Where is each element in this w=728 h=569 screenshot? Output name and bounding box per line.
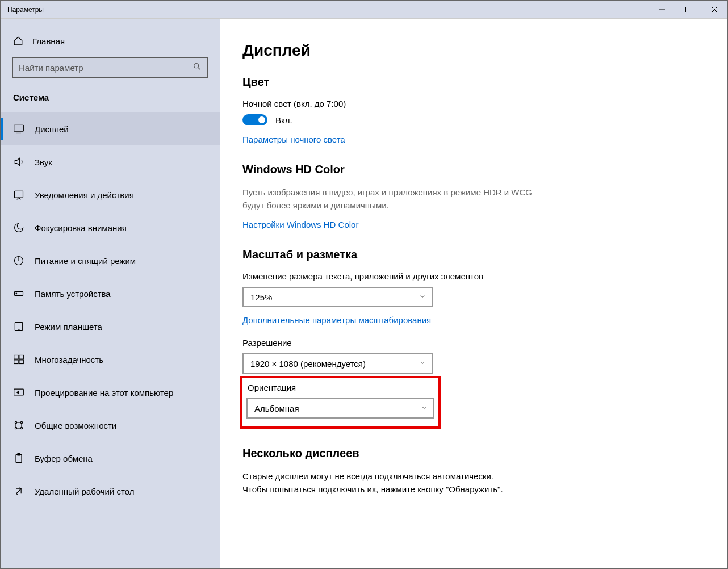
close-button[interactable]	[701, 1, 727, 19]
color-heading: Цвет	[242, 76, 705, 89]
sidebar-item-power[interactable]: Питание и спящий режим	[1, 244, 220, 277]
sidebar-item-label: Многозадачность	[35, 355, 103, 365]
svg-point-23	[20, 427, 22, 429]
sidebar-item-display[interactable]: Дисплей	[1, 112, 220, 145]
sidebar-item-shared[interactable]: Общие возможности	[1, 409, 220, 442]
night-light-label: Ночной свет (вкл. до 7:00)	[242, 99, 705, 108]
sidebar-item-notifications[interactable]: Уведомления и действия	[1, 178, 220, 211]
hdr-description: Пусть изображения в видео, играх и прило…	[242, 186, 549, 212]
page-title: Дисплей	[242, 41, 705, 60]
sidebar-item-sound[interactable]: Звук	[1, 145, 220, 178]
chevron-down-icon	[419, 293, 426, 302]
sidebar-item-label: Звук	[35, 157, 52, 167]
orientation-label: Ориентация	[248, 383, 433, 392]
svg-rect-17	[14, 360, 19, 364]
svg-rect-6	[14, 125, 24, 131]
text-size-label: Изменение размера текста, приложений и д…	[242, 271, 705, 281]
search-input-container[interactable]	[12, 57, 208, 78]
svg-rect-16	[19, 355, 24, 359]
night-light-toggle[interactable]	[242, 114, 267, 125]
resolution-select[interactable]: 1920 × 1080 (рекомендуется)	[242, 353, 433, 374]
titlebar: Параметры	[1, 1, 727, 19]
sidebar-item-remote[interactable]: Удаленный рабочий стол	[1, 475, 220, 508]
home-nav[interactable]: Главная	[1, 29, 220, 53]
svg-rect-15	[14, 355, 19, 359]
orientation-select[interactable]: Альбомная	[246, 398, 434, 419]
chevron-down-icon	[421, 404, 428, 413]
sidebar-item-label: Удаленный рабочий стол	[35, 487, 134, 496]
remote-icon	[13, 486, 24, 497]
resolution-label: Разрешение	[242, 338, 705, 348]
focus-icon	[13, 222, 24, 233]
svg-point-21	[20, 421, 22, 423]
scale-heading: Масштаб и разметка	[242, 248, 705, 261]
sidebar-item-label: Память устройства	[35, 289, 111, 299]
sidebar-item-multitask[interactable]: Многозадачность	[1, 343, 220, 376]
hdr-heading: Windows HD Color	[242, 163, 705, 176]
sidebar-item-storage[interactable]: Память устройства	[1, 277, 220, 310]
hdr-settings-link[interactable]: Настройки Windows HD Color	[242, 220, 358, 229]
search-input[interactable]	[19, 63, 193, 73]
main-content: Дисплей Цвет Ночной свет (вкл. до 7:00) …	[220, 19, 727, 568]
section-heading: Система	[1, 86, 220, 112]
notifications-icon	[13, 189, 24, 200]
shared-icon	[13, 420, 24, 431]
resolution-value: 1920 × 1080 (рекомендуется)	[250, 359, 366, 369]
svg-line-5	[198, 68, 200, 70]
multi-display-heading: Несколько дисплеев	[242, 447, 705, 460]
orientation-highlight: Ориентация Альбомная	[240, 376, 441, 429]
svg-rect-8	[15, 191, 23, 198]
orientation-value: Альбомная	[254, 404, 299, 413]
home-label: Главная	[32, 36, 65, 46]
text-size-value: 125%	[250, 292, 272, 302]
svg-rect-18	[19, 360, 24, 364]
sidebar-item-label: Режим планшета	[35, 322, 102, 332]
sidebar-item-tablet[interactable]: Режим планшета	[1, 310, 220, 343]
chevron-down-icon	[419, 359, 426, 368]
multitask-icon	[13, 354, 24, 365]
sidebar-item-label: Уведомления и действия	[35, 190, 134, 200]
minimize-button[interactable]	[649, 1, 675, 19]
tablet-icon	[13, 321, 24, 332]
multi-display-desc2: Чтобы попытаться подключить их, нажмите …	[242, 483, 705, 496]
sidebar-item-clipboard[interactable]: Буфер обмена	[1, 442, 220, 475]
svg-point-20	[15, 421, 16, 423]
svg-point-22	[15, 427, 16, 429]
toggle-state-label: Вкл.	[275, 115, 292, 125]
text-size-select[interactable]: 125%	[242, 287, 433, 307]
sidebar-item-label: Проецирование на этот компьютер	[35, 388, 173, 398]
svg-point-4	[194, 64, 199, 68]
search-icon	[193, 62, 202, 73]
night-light-settings-link[interactable]: Параметры ночного света	[242, 135, 345, 144]
sidebar-item-label: Дисплей	[35, 124, 69, 134]
sidebar-item-focus[interactable]: Фокусировка внимания	[1, 211, 220, 244]
window-title: Параметры	[1, 6, 649, 14]
projecting-icon	[13, 387, 24, 398]
sound-icon	[13, 156, 24, 168]
sidebar-item-projecting[interactable]: Проецирование на этот компьютер	[1, 376, 220, 409]
sidebar: Главная Система Дисплей	[1, 19, 220, 568]
display-icon	[13, 123, 24, 135]
sidebar-item-label: Фокусировка внимания	[35, 223, 127, 233]
sidebar-item-label: Питание и спящий режим	[35, 256, 136, 266]
advanced-scaling-link[interactable]: Дополнительные параметры масштабирования	[242, 315, 431, 325]
sidebar-item-label: Общие возможности	[35, 421, 116, 430]
sidebar-item-label: Буфер обмена	[35, 454, 93, 463]
svg-point-12	[16, 293, 17, 294]
multi-display-desc1: Старые дисплеи могут не всегда подключат…	[242, 470, 705, 483]
storage-icon	[13, 288, 24, 299]
power-icon	[13, 255, 24, 266]
maximize-button[interactable]	[675, 1, 701, 19]
clipboard-icon	[13, 453, 24, 464]
home-icon	[13, 36, 23, 46]
svg-rect-1	[686, 7, 691, 12]
